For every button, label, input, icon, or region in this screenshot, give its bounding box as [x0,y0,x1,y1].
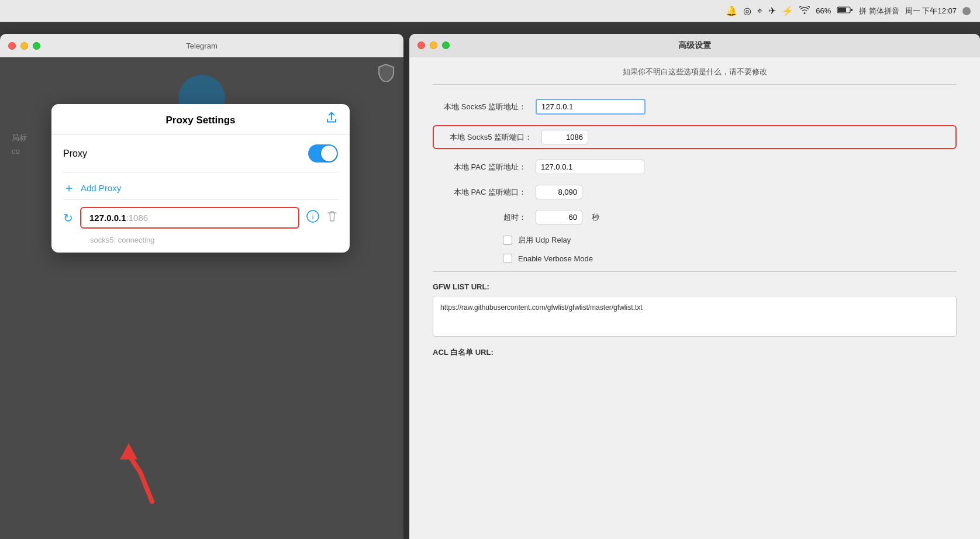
send-icon: ✈ [768,5,776,16]
gfw-list-label: GFW LIST URL: [433,282,957,291]
advanced-minimize-button[interactable] [430,42,437,49]
pac-addr-label: 本地 PAC 监听地址： [433,162,526,172]
svg-text:i: i [312,212,314,221]
advanced-titlebar: 高级设置 [409,34,980,57]
socks5-port-input[interactable] [541,130,588,144]
pac-port-row: 本地 PAC 监听端口： [433,185,957,199]
svg-rect-2 [851,9,853,11]
verbose-mode-checkbox[interactable] [503,254,512,263]
socks5-port-label: 本地 Socks5 监听端口： [439,132,532,143]
proxy-status: socks5: connecting [63,236,338,253]
proxy-info-button[interactable]: i [306,210,319,226]
arrow-annotation [117,437,170,510]
battery-percent: 66% [816,6,831,15]
notification-icon [962,7,971,15]
pac-port-label: 本地 PAC 监听端口： [433,187,526,198]
timeout-row: 超时： 秒 [433,210,957,224]
acl-label: ACL 白名单 URL: [433,347,957,358]
socks5-addr-input[interactable] [536,99,646,115]
pac-addr-input[interactable] [536,160,644,174]
proxy-settings-popup: Proxy Settings Proxy ＋ Add Proxy ↻ [51,104,350,253]
proxy-entry: ↻ 127.0.0.1:1086 i [63,199,338,236]
proxy-spinner-icon: ↻ [63,211,73,225]
maximize-button[interactable] [33,42,40,50]
advanced-body: 如果你不明白这些选项是什么，请不要修改 本地 Socks5 监听地址： 本地 S… [409,57,980,539]
gfw-url-box[interactable]: https://raw.githubusercontent.com/gfwlis… [433,296,957,337]
wifi-icon [799,6,810,16]
pac-addr-row: 本地 PAC 监听地址： [433,160,957,174]
advanced-close-button[interactable] [417,42,425,49]
add-proxy-label: Add Proxy [81,183,121,193]
menubar-right: 🔔 ◎ ⌖ ✈ ⚡ 66% 拼 简体拼音 周一 下午12:07 [726,5,971,16]
proxy-port: :1086 [126,213,149,223]
datetime: 周一 下午12:07 [905,6,957,16]
proxy-delete-button[interactable] [326,210,338,226]
add-proxy-plus-icon: ＋ [63,182,75,194]
socks5-port-row: 本地 Socks5 监听端口： [433,125,957,149]
advanced-warning: 如果你不明白这些选项是什么，请不要修改 [433,67,957,85]
minimize-button[interactable] [20,42,28,50]
udp-relay-label: 启用 Udp Relay [518,235,571,246]
proxy-ip: 127.0.0.1 [89,213,126,223]
svg-marker-6 [120,443,137,459]
proxy-share-button[interactable] [325,112,338,127]
location-icon: ◎ [743,5,751,16]
divider [433,271,957,272]
bell-icon: 🔔 [726,5,737,16]
verbose-mode-row: Enable Verbose Mode [503,254,957,263]
timeout-input[interactable] [536,210,582,224]
proxy-toggle[interactable] [308,144,338,163]
cursor-icon: ⌖ [757,6,762,16]
telegram-title: Telegram [186,42,217,50]
udp-relay-row: 启用 Udp Relay [503,235,957,246]
battery-icon [837,6,853,16]
proxy-address-box[interactable]: 127.0.0.1:1086 [80,207,299,229]
shield-icon [378,63,394,85]
advanced-maximize-button[interactable] [442,42,450,49]
close-button[interactable] [8,42,16,50]
socks5-addr-row: 本地 Socks5 监听地址： [433,99,957,115]
input-method: 拼 简体拼音 [859,6,899,16]
verbose-mode-label: Enable Verbose Mode [518,254,593,263]
proxy-body: Proxy ＋ Add Proxy ↻ 127.0.0.1:1086 i [51,135,350,253]
desktop: Telegram 局标 co Proxy Settings [0,22,980,539]
svg-rect-1 [838,8,846,12]
telegram-titlebar: Telegram [0,34,403,57]
advanced-title: 高级设置 [678,40,711,51]
proxy-label: Proxy [63,148,87,159]
timeout-label: 超时： [433,212,526,223]
proxy-header: Proxy Settings [51,104,350,135]
advanced-settings-window: 高级设置 如果你不明白这些选项是什么，请不要修改 本地 Socks5 监听地址：… [409,34,980,539]
proxy-settings-title: Proxy Settings [165,115,235,126]
bluetooth-icon: ⚡ [782,5,793,16]
udp-relay-checkbox[interactable] [503,236,512,245]
socks5-addr-label: 本地 Socks5 监听地址： [433,102,526,112]
bg-text: 局标 co [0,131,27,158]
menubar: 🔔 ◎ ⌖ ✈ ⚡ 66% 拼 简体拼音 周一 下午12:07 [0,0,980,22]
proxy-toggle-row: Proxy [63,135,338,172]
timeout-unit: 秒 [592,212,599,223]
pac-port-input[interactable] [536,185,582,199]
add-proxy-row[interactable]: ＋ Add Proxy [63,172,338,199]
